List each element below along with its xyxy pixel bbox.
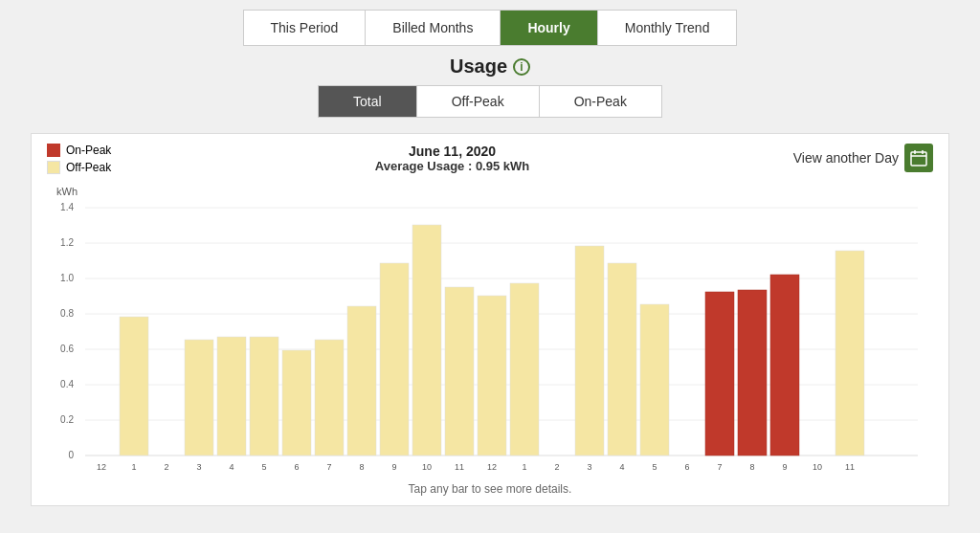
svg-text:0: 0 — [68, 450, 74, 460]
svg-text:1.4: 1.4 — [60, 202, 74, 212]
svg-text:5: 5 — [652, 462, 657, 472]
svg-text:0.6: 0.6 — [60, 344, 74, 354]
tab-this-period[interactable]: This Period — [244, 11, 367, 45]
svg-text:9: 9 — [782, 462, 787, 472]
chart-avg: Average Usage : 0.95 kWh — [375, 159, 529, 173]
svg-text:8: 8 — [359, 462, 364, 472]
svg-text:11: 11 — [845, 462, 855, 472]
bar-1[interactable] — [120, 317, 148, 455]
bar-11[interactable] — [445, 287, 474, 455]
bar-16[interactable] — [608, 263, 636, 455]
view-another-label: View another Day — [793, 150, 899, 166]
svg-text:1.0: 1.0 — [60, 273, 74, 283]
svg-text:4: 4 — [619, 462, 624, 472]
chart-wrapper: kWh 0 0.2 0.4 0.6 0.8 1.0 — [47, 178, 933, 478]
bar-13[interactable] — [510, 283, 539, 455]
bar-7[interactable] — [315, 340, 344, 455]
svg-text:4: 4 — [229, 462, 234, 472]
svg-text:10: 10 — [813, 462, 822, 472]
svg-text:10: 10 — [422, 462, 432, 472]
bar-10[interactable] — [412, 225, 441, 455]
legend-on-peak: On-Peak — [47, 144, 111, 157]
svg-text:3: 3 — [196, 462, 201, 472]
page-wrapper: This Period Billed Months Hourly Monthly… — [0, 0, 980, 533]
bar-23[interactable] — [835, 251, 864, 455]
svg-text:3: 3 — [587, 462, 591, 472]
bar-chart: kWh 0 0.2 0.4 0.6 0.8 1.0 — [47, 178, 935, 475]
svg-text:6: 6 — [684, 462, 689, 472]
svg-text:2: 2 — [554, 462, 559, 472]
bar-8[interactable] — [347, 306, 376, 455]
off-peak-label: Off-Peak — [66, 161, 111, 174]
bar-4[interactable] — [217, 337, 246, 455]
svg-text:1.2: 1.2 — [60, 237, 74, 248]
svg-text:kWh: kWh — [56, 186, 78, 197]
chart-header: On-Peak Off-Peak June 11, 2020 Average U… — [47, 144, 933, 174]
sub-tab-off-peak[interactable]: Off-Peak — [417, 86, 540, 117]
usage-title-row: Usage i — [450, 56, 530, 78]
tab-billed-months[interactable]: Billed Months — [366, 11, 501, 45]
on-peak-label: On-Peak — [66, 144, 111, 157]
svg-text:p.m: p.m — [484, 472, 499, 475]
svg-text:9: 9 — [391, 462, 396, 472]
chart-date: June 11, 2020 — [375, 144, 529, 159]
info-icon[interactable]: i — [513, 58, 530, 76]
svg-text:2: 2 — [164, 462, 168, 472]
svg-text:11: 11 — [455, 462, 464, 472]
bar-21[interactable] — [770, 275, 799, 455]
svg-rect-0 — [911, 152, 926, 166]
tab-hourly[interactable]: Hourly — [501, 11, 597, 45]
bar-20[interactable] — [738, 290, 767, 455]
svg-text:0.4: 0.4 — [60, 379, 74, 389]
bar-17[interactable] — [640, 304, 669, 455]
bar-5[interactable] — [250, 337, 278, 455]
usage-title: Usage — [450, 56, 507, 78]
sub-tab-bar: Total Off-Peak On-Peak — [318, 85, 662, 118]
avg-value: 0.95 kWh — [476, 159, 529, 173]
svg-text:1: 1 — [522, 462, 526, 472]
legend-off-peak: Off-Peak — [47, 161, 111, 174]
svg-text:12: 12 — [487, 462, 497, 472]
bar-15[interactable] — [575, 246, 604, 455]
on-peak-swatch — [47, 144, 60, 157]
calendar-icon[interactable] — [904, 144, 933, 172]
off-peak-swatch — [47, 161, 60, 174]
tap-note: Tap any bar to see more details. — [47, 482, 933, 496]
bar-19[interactable] — [705, 292, 734, 455]
bar-9[interactable] — [380, 263, 409, 455]
bar-6[interactable] — [282, 350, 311, 455]
legend: On-Peak Off-Peak — [47, 144, 111, 174]
svg-text:0.8: 0.8 — [60, 308, 74, 319]
chart-center-info: June 11, 2020 Average Usage : 0.95 kWh — [375, 144, 529, 173]
avg-label: Average Usage : — [375, 159, 472, 173]
bar-3[interactable] — [185, 340, 213, 455]
svg-text:7: 7 — [717, 462, 722, 472]
sub-tab-on-peak[interactable]: On-Peak — [540, 86, 661, 117]
bar-12[interactable] — [478, 296, 506, 455]
tab-monthly-trend[interactable]: Monthly Trend — [598, 11, 737, 45]
chart-section: On-Peak Off-Peak June 11, 2020 Average U… — [31, 133, 949, 506]
svg-text:1: 1 — [131, 462, 136, 472]
svg-text:7: 7 — [326, 462, 331, 472]
svg-text:6: 6 — [294, 462, 299, 472]
svg-text:a.m: a.m — [94, 472, 108, 475]
main-tab-bar: This Period Billed Months Hourly Monthly… — [243, 10, 738, 46]
svg-text:12: 12 — [97, 462, 106, 472]
sub-tab-total[interactable]: Total — [319, 86, 417, 117]
svg-text:5: 5 — [261, 462, 266, 472]
svg-text:8: 8 — [749, 462, 754, 472]
view-another-day[interactable]: View another Day — [793, 144, 933, 172]
svg-text:0.2: 0.2 — [60, 414, 74, 425]
